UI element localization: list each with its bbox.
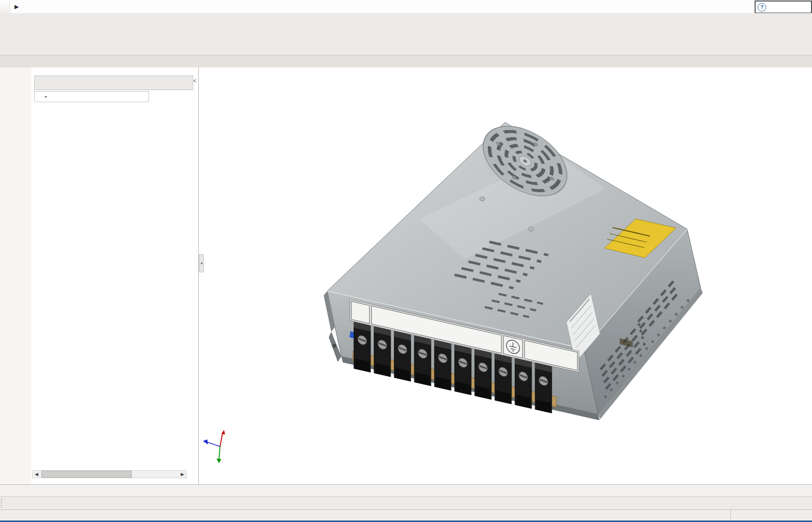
- filter-funnel-icon[interactable]: [36, 93, 44, 101]
- help-icon[interactable]: ?: [758, 3, 766, 12]
- scroll-right-icon[interactable]: ▶: [179, 472, 186, 477]
- scrollbar-thumb[interactable]: [41, 471, 132, 478]
- panel-tab-strip: [34, 76, 193, 90]
- panel-collapse-arrow-icon[interactable]: <: [193, 78, 198, 84]
- graphics-viewport[interactable]: ◂: [199, 67, 812, 484]
- ribbon-toolbar: [0, 13, 812, 55]
- feature-tree: [31, 106, 198, 466]
- psu-3d-model: [199, 67, 812, 484]
- command-manager-tabs: [0, 55, 812, 68]
- menu-flyout-arrow-icon[interactable]: ▶: [13, 2, 20, 11]
- left-docked-toolbars: [0, 67, 32, 484]
- orientation-triad: [203, 430, 225, 463]
- constraint-status-text: [730, 510, 812, 521]
- title-bar: ▶ ?: [0, 0, 812, 14]
- dropdown-arrow-icon[interactable]: ▾: [45, 95, 47, 99]
- toolbar-grip[interactable]: [1, 499, 6, 508]
- tree-filter-field[interactable]: ▾: [34, 91, 149, 102]
- selection-filter-toolbar: [0, 496, 812, 510]
- solidworks-logo: [0, 0, 10, 13]
- panel-splitter-handle[interactable]: ◂: [199, 254, 204, 272]
- model-tab-bar: [0, 484, 812, 497]
- feature-manager-panel: < ▾ ◀ ▶: [31, 67, 199, 484]
- tree-horizontal-scrollbar[interactable]: ◀ ▶: [32, 470, 187, 478]
- scroll-left-icon[interactable]: ◀: [33, 472, 40, 477]
- search-box[interactable]: ?: [755, 1, 812, 14]
- status-bar: [0, 509, 812, 521]
